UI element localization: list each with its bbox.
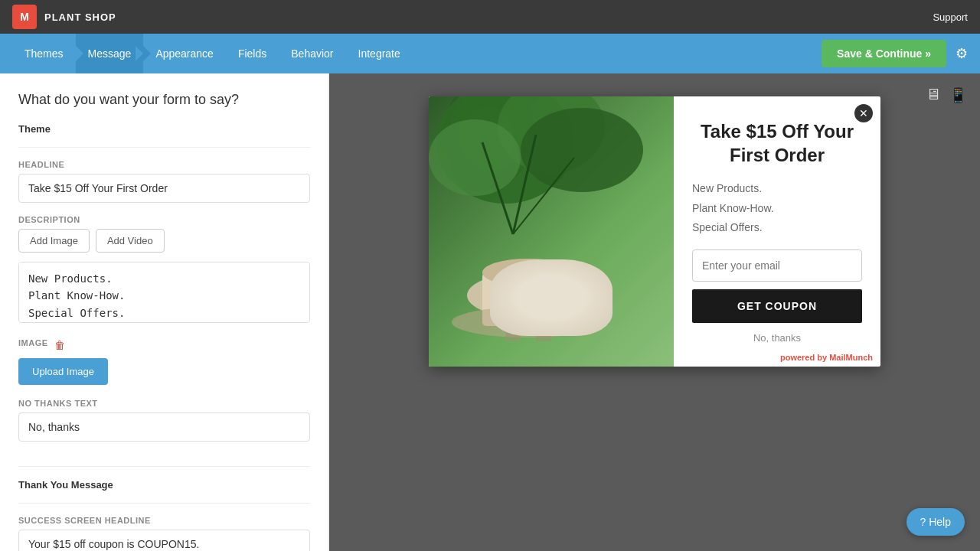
shop-name: PLANT SHOP (44, 11, 933, 23)
step-message[interactable]: Message (76, 34, 144, 73)
desktop-view-button[interactable]: 🖥 (926, 86, 941, 104)
step-appearance[interactable]: Appearance (143, 34, 226, 73)
delete-image-icon[interactable]: 🗑 (54, 339, 65, 351)
svg-point-10 (452, 307, 605, 337)
popup-description: New Products. Plant Know-How. Special Of… (692, 179, 862, 237)
description-label: DESCRIPTION (18, 215, 310, 224)
popup-email-input[interactable] (692, 249, 862, 282)
headline-input[interactable] (18, 174, 310, 203)
no-thanks-input[interactable] (18, 412, 310, 442)
upload-image-button[interactable]: Upload Image (18, 358, 108, 385)
svg-point-9 (482, 259, 574, 286)
add-video-button[interactable]: Add Video (96, 229, 165, 253)
save-continue-button[interactable]: Save & Continue » (822, 40, 946, 67)
thank-you-label: Thank You Message (18, 479, 310, 491)
step-nav: Themes Message Appearance Fields Behavio… (0, 34, 980, 73)
left-panel: What do you want your form to say? Theme… (0, 73, 329, 551)
popup-cta-button[interactable]: GET COUPON (692, 289, 862, 323)
no-thanks-label: NO THANKS TEXT (18, 399, 310, 408)
step-themes[interactable]: Themes (12, 34, 76, 73)
theme-section-label: Theme (18, 123, 310, 135)
popup-preview: ✕ Take $15 Off Your First Order New Prod… (429, 96, 880, 367)
description-btn-group: Add Image Add Video (18, 229, 310, 253)
right-panel: 🖥 📱 (329, 73, 980, 551)
mobile-view-button[interactable]: 📱 (949, 86, 968, 104)
support-link[interactable]: Support (933, 11, 968, 23)
popup-close-button[interactable]: ✕ (854, 104, 873, 122)
success-headline-input[interactable] (18, 530, 310, 551)
top-bar: M PLANT SHOP Support (0, 0, 980, 34)
device-toggle: 🖥 📱 (926, 86, 968, 104)
app-logo: M (12, 5, 37, 29)
svg-point-2 (429, 119, 521, 196)
success-headline-label: SUCCESS SCREEN HEADLINE (18, 516, 310, 525)
popup-image-panel (429, 96, 674, 367)
svg-point-3 (521, 108, 643, 192)
step-behavior[interactable]: Behavior (279, 34, 345, 73)
svg-rect-11 (505, 322, 521, 341)
step-integrate[interactable]: Integrate (346, 34, 413, 73)
powered-by: powered by MailMunch (780, 353, 873, 362)
panel-title: What do you want your form to say? (18, 92, 310, 108)
image-label: IMAGE (18, 338, 48, 347)
add-image-button[interactable]: Add Image (18, 229, 90, 253)
plant-illustration (429, 96, 674, 341)
svg-rect-12 (536, 322, 551, 341)
popup-headline: Take $15 Off Your First Order (692, 119, 862, 167)
popup-content: ✕ Take $15 Off Your First Order New Prod… (674, 96, 880, 367)
image-label-row: IMAGE 🗑 (18, 338, 310, 352)
settings-icon[interactable]: ⚙ (956, 45, 968, 62)
help-button[interactable]: ? Help (906, 508, 965, 536)
popup-no-thanks[interactable]: No, thanks (692, 332, 862, 344)
headline-label: HEADLINE (18, 160, 310, 169)
thank-you-section: Thank You Message SUCCESS SCREEN HEADLIN… (18, 479, 310, 551)
main-layout: What do you want your form to say? Theme… (0, 73, 980, 551)
svg-rect-8 (482, 272, 574, 326)
description-textarea[interactable]: New Products. Plant Know-How. Special Of… (18, 262, 310, 323)
